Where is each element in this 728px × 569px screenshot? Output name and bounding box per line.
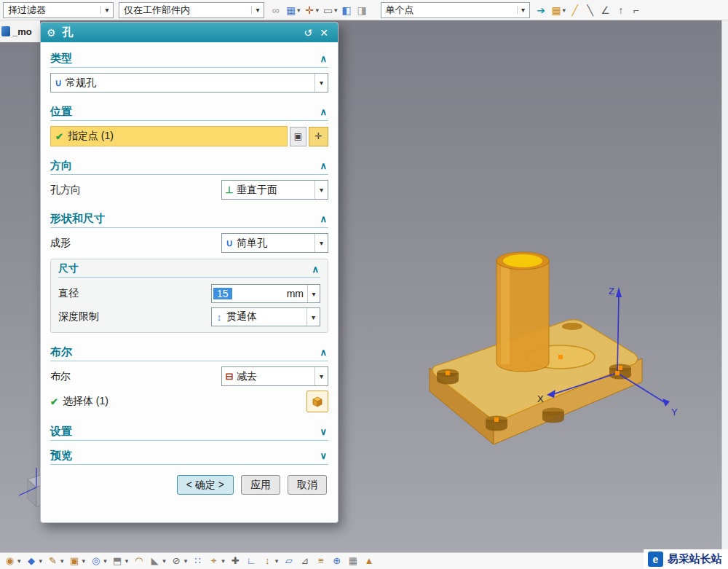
hole-icon[interactable]: ◎	[90, 554, 101, 568]
snap-grid-icon-caret[interactable]: ▾	[563, 7, 566, 14]
selection-rectangle-icon[interactable]: ▭	[322, 3, 334, 17]
sketch-line-icon[interactable]: ╱	[569, 3, 581, 17]
diameter-input[interactable]: 15	[213, 288, 232, 299]
check-icon: ✔	[55, 131, 63, 142]
ok-button[interactable]: < 确定 >	[177, 475, 234, 495]
trim-body-icon[interactable]: ⊘	[171, 554, 182, 568]
boolean-value: 减去	[237, 370, 314, 383]
point-dialog-button[interactable]: ▣	[290, 127, 306, 146]
selection-filter-combo[interactable]: 择过滤器 ▾	[3, 2, 114, 18]
select-body-button[interactable]	[306, 391, 328, 412]
chevron-down-icon[interactable]: ▾	[307, 285, 320, 302]
chevron-down-icon[interactable]: ∨	[320, 450, 328, 461]
point-method-combo[interactable]: 单个点 ▾	[381, 2, 530, 18]
diameter-field[interactable]: 15 mm ▾	[211, 284, 320, 303]
point-constructor-button[interactable]: ✛	[309, 127, 328, 146]
next-selection-icon[interactable]: ➔	[535, 3, 547, 17]
pattern-feature-icon[interactable]: ∷	[192, 554, 203, 568]
chevron-down-icon[interactable]: ▾	[251, 6, 264, 14]
sketch-icon-caret[interactable]: ▾	[60, 557, 64, 565]
chevron-down-icon[interactable]: ▾	[306, 308, 320, 326]
hole-type-combo[interactable]: ∪ 常规孔 ▾	[50, 73, 328, 93]
plane-icon[interactable]: ▱	[283, 554, 294, 568]
section-size-header[interactable]: 尺寸 ∧	[58, 261, 320, 278]
chevron-up-icon[interactable]: ∧	[312, 264, 320, 275]
section-position-header[interactable]: 位置 ∧	[50, 103, 328, 121]
edge-blend-icon[interactable]: ◠	[133, 554, 144, 568]
reset-button[interactable]: ↺	[300, 27, 316, 39]
chevron-up-icon[interactable]: ∧	[320, 160, 328, 171]
view-orient-icon[interactable]: ◉	[4, 554, 15, 568]
info-icon[interactable]: ⊕	[331, 554, 342, 568]
annotation-icon[interactable]: ▲	[363, 554, 374, 568]
chevron-up-icon[interactable]: ∧	[320, 106, 328, 117]
specify-point-field[interactable]: ✔ 指定点 (1)	[50, 126, 288, 146]
measure-icon-caret[interactable]: ▾	[221, 557, 225, 565]
sketch-slash-icon[interactable]: ╲	[584, 3, 596, 17]
trim-body-icon-caret[interactable]: ▾	[184, 557, 188, 565]
section-settings-header[interactable]: 设置 ∨	[50, 423, 328, 441]
section-shape-header[interactable]: 形状和尺寸 ∧	[50, 210, 328, 228]
facet-body-icon[interactable]: ◨	[356, 3, 368, 17]
sketch-icon[interactable]: ✎	[47, 554, 58, 568]
unite-icon-caret[interactable]: ▾	[125, 557, 129, 565]
section-type-header[interactable]: 类型 ∧	[50, 50, 328, 68]
point-on-curve-icon[interactable]: ✛	[304, 3, 316, 17]
snap-grid-icon[interactable]: ▦	[550, 3, 563, 17]
section-direction-header[interactable]: 方向 ∧	[50, 157, 328, 175]
section-boolean-header[interactable]: 布尔 ∧	[50, 343, 328, 361]
chevron-up-icon[interactable]: ∧	[320, 347, 328, 358]
part-tab[interactable]: _mo	[0, 20, 40, 42]
unite-icon[interactable]: ⬒	[112, 554, 123, 568]
chevron-down-icon[interactable]: ▾	[314, 74, 328, 92]
angle-measure-icon[interactable]: ⊿	[299, 554, 310, 568]
point-method-value: 单个点	[381, 4, 517, 17]
grid-display-icon[interactable]: ▦	[347, 554, 358, 568]
close-button[interactable]: ✕	[316, 27, 332, 39]
chevron-down-icon[interactable]: ∨	[320, 426, 328, 437]
snap-point-icon-caret[interactable]: ▾	[297, 7, 301, 14]
axis-icon[interactable]: ↕	[262, 554, 273, 568]
selection-scope-combo[interactable]: 仅在工作部件内 ▾	[119, 2, 264, 18]
selection-rectangle-icon-caret[interactable]: ▾	[334, 7, 338, 14]
hole-direction-combo[interactable]: ⊥ 垂直于面 ▾	[221, 180, 328, 200]
chevron-down-icon[interactable]: ▾	[100, 6, 113, 14]
angle-snap-icon[interactable]: ∠	[599, 3, 612, 17]
move-object-icon[interactable]: ✚	[230, 554, 241, 568]
section-preview-header[interactable]: 预览 ∨	[50, 447, 328, 465]
chevron-down-icon[interactable]: ▾	[314, 181, 328, 199]
boolean-combo[interactable]: ⊟ 减去 ▾	[221, 366, 328, 386]
chevron-up-icon[interactable]: ∧	[320, 213, 328, 224]
datum-csys-icon[interactable]: ∟	[246, 554, 257, 568]
hole-icon-caret[interactable]: ▾	[103, 557, 107, 565]
part-body[interactable]	[430, 252, 642, 444]
view-orient-icon-caret[interactable]: ▾	[17, 557, 21, 565]
layers-icon[interactable]: ≡	[315, 554, 326, 568]
axis-icon-caret[interactable]: ▾	[275, 557, 279, 565]
datum-plane-icon[interactable]: ◆	[26, 554, 37, 568]
measure-icon[interactable]: ⌖	[208, 554, 219, 568]
link-icon[interactable]: ∞	[269, 3, 282, 17]
specify-point-label: 指定点 (1)	[68, 130, 114, 143]
solid-body-icon[interactable]: ◧	[341, 3, 353, 17]
dialog-header[interactable]: ⚙ 孔 ↺ ✕	[41, 23, 338, 42]
vertical-snap-icon[interactable]: ↑	[614, 3, 627, 17]
apply-button[interactable]: 应用	[241, 475, 280, 495]
chevron-down-icon[interactable]: ▾	[517, 6, 529, 14]
extrude-icon[interactable]: ▣	[69, 554, 80, 568]
depth-limit-combo[interactable]: ↕ 贯通体 ▾	[211, 307, 320, 326]
snap-point-icon[interactable]: ▦	[285, 3, 297, 17]
datum-plane-icon-caret[interactable]: ▾	[39, 557, 43, 565]
chamfer-icon-caret[interactable]: ▾	[162, 557, 166, 565]
chevron-up-icon[interactable]: ∧	[320, 53, 328, 64]
model-canvas[interactable]: Z Y X	[386, 240, 692, 481]
chamfer-icon[interactable]: ◣	[149, 554, 160, 568]
chevron-down-icon[interactable]: ▾	[314, 234, 328, 252]
point-on-curve-icon-caret[interactable]: ▾	[316, 7, 320, 14]
chevron-down-icon[interactable]: ▾	[314, 367, 328, 385]
axis-label-y: Y	[671, 407, 678, 417]
form-combo[interactable]: ∪ 简单孔 ▾	[221, 233, 328, 253]
profile-snap-icon[interactable]: ⌐	[630, 3, 642, 17]
extrude-icon-caret[interactable]: ▾	[82, 557, 86, 565]
cancel-button[interactable]: 取消	[288, 475, 327, 495]
